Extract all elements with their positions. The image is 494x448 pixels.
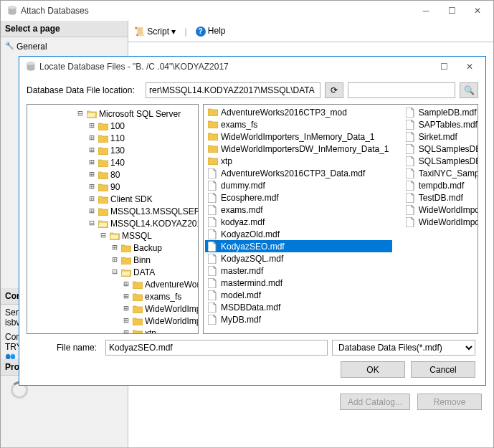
file-icon bbox=[208, 205, 218, 215]
folder-tree[interactable]: ⊟Microsoft SQL Server⊞100⊞110⊞130⊞140⊞80… bbox=[27, 104, 199, 334]
dialog-close-button[interactable]: ✕ bbox=[457, 59, 483, 75]
tree-node[interactable]: ⊞MSSQL13.MSSQLSERVER bbox=[30, 205, 199, 217]
collapse-icon[interactable]: ⊟ bbox=[76, 110, 85, 118]
expand-icon[interactable]: ⊞ bbox=[110, 244, 119, 252]
refresh-button[interactable]: ⟳ bbox=[325, 82, 343, 98]
tree-node[interactable]: ⊞140 bbox=[30, 156, 199, 168]
expand-icon[interactable]: ⊞ bbox=[87, 183, 96, 191]
tree-node[interactable]: ⊟MSSQL bbox=[30, 229, 199, 242]
file-item[interactable]: master.mdf bbox=[205, 264, 392, 277]
file-item[interactable]: dummy.mdf bbox=[205, 179, 392, 191]
tree-node-label: Backup bbox=[133, 243, 162, 253]
tree-node[interactable]: ⊟Microsoft SQL Server bbox=[30, 108, 199, 120]
expand-icon[interactable]: ⊞ bbox=[110, 256, 119, 264]
tree-node[interactable]: ⊞AdventureWorks bbox=[30, 278, 199, 290]
file-item[interactable]: KodyazSQL.mdf bbox=[205, 252, 392, 264]
file-item[interactable]: TaxiNYC_Sample.mdf bbox=[403, 167, 478, 179]
file-item[interactable]: WideWorldImportersDW_InMemory_Data_1 bbox=[205, 143, 392, 155]
file-item[interactable]: WideWorldImporters.mdf bbox=[403, 204, 478, 216]
folder-icon bbox=[208, 156, 218, 166]
remove-button[interactable]: Remove bbox=[417, 394, 482, 410]
file-item[interactable]: kodyaz.mdf bbox=[205, 216, 392, 228]
file-item[interactable]: xtp bbox=[205, 155, 392, 167]
expand-icon[interactable]: ⊞ bbox=[87, 134, 96, 142]
tree-node[interactable]: ⊞WideWorldImporters bbox=[30, 315, 199, 327]
tree-node-label: DATA bbox=[133, 267, 155, 277]
dialog-ok-button[interactable]: OK bbox=[341, 361, 405, 378]
tree-node[interactable]: ⊞Binn bbox=[30, 254, 199, 266]
file-item-label: SQLSamplesDB.mdf bbox=[419, 144, 478, 154]
expand-icon[interactable]: ⊞ bbox=[87, 158, 96, 166]
expand-icon[interactable]: ⊞ bbox=[122, 292, 130, 300]
expand-icon[interactable]: ⊞ bbox=[122, 329, 130, 334]
tree-node[interactable]: ⊞Client SDK bbox=[30, 193, 199, 205]
file-icon bbox=[406, 181, 416, 191]
file-item[interactable]: Sirket.mdf bbox=[403, 130, 478, 143]
collapse-icon[interactable]: ⊟ bbox=[99, 232, 108, 239]
minimize-button[interactable]: ─ bbox=[413, 3, 439, 19]
file-item[interactable]: KodyazSEO.mdf bbox=[205, 240, 392, 252]
tree-node[interactable]: ⊟MSSQL14.KODYAZ2017 bbox=[30, 217, 199, 229]
file-name-input[interactable] bbox=[105, 340, 328, 356]
search-input[interactable] bbox=[348, 82, 455, 98]
search-button[interactable]: 🔍 bbox=[460, 82, 478, 98]
sidebar-item-general[interactable]: General bbox=[5, 40, 123, 53]
dialog-cancel-button[interactable]: Cancel bbox=[411, 361, 475, 378]
file-item-label: KodyazSQL.mdf bbox=[221, 254, 283, 264]
file-item[interactable]: KodyazOld.mdf bbox=[205, 228, 392, 240]
file-item[interactable]: exams.mdf bbox=[205, 204, 392, 216]
tree-node[interactable]: ⊞Backup bbox=[30, 242, 199, 254]
file-item[interactable]: TestDB.mdf bbox=[403, 191, 478, 204]
tree-node[interactable]: ⊞130 bbox=[30, 144, 199, 156]
location-input[interactable] bbox=[146, 82, 320, 98]
file-item[interactable]: AdventureWorks2016CTP3_Data.mdf bbox=[205, 167, 392, 179]
add-catalog-button[interactable]: Add Catalog... bbox=[340, 394, 410, 410]
tree-node[interactable]: ⊟DATA bbox=[30, 266, 199, 278]
search-icon: 🔍 bbox=[464, 85, 475, 95]
maximize-button[interactable]: ☐ bbox=[439, 3, 465, 19]
expand-icon[interactable]: ⊞ bbox=[122, 317, 130, 325]
expand-icon[interactable]: ⊞ bbox=[122, 280, 130, 288]
dialog-maximize-button[interactable]: ☐ bbox=[431, 59, 457, 75]
close-button[interactable]: ✕ bbox=[465, 3, 490, 19]
tree-node[interactable]: ⊞90 bbox=[30, 181, 199, 193]
file-item[interactable]: Ecosphere.mdf bbox=[205, 191, 392, 204]
file-item[interactable]: WideWorldImporters_InMemory_Data_1 bbox=[205, 130, 392, 143]
file-icon bbox=[406, 205, 416, 215]
file-filter-select[interactable]: Database Data Files(*.mdf) bbox=[332, 340, 475, 356]
tree-node[interactable]: ⊞110 bbox=[30, 132, 199, 144]
expand-icon[interactable]: ⊞ bbox=[87, 146, 96, 154]
tree-node-label: 80 bbox=[110, 170, 120, 180]
file-item[interactable]: exams_fs bbox=[205, 118, 392, 130]
file-list[interactable]: AdventureWorks2016CTP3_modexams_fsWideWo… bbox=[203, 104, 478, 334]
tree-node[interactable]: ⊞WideWorldImporters bbox=[30, 302, 199, 315]
tree-node[interactable]: ⊞100 bbox=[30, 120, 199, 132]
file-item[interactable]: MSDBData.mdf bbox=[205, 301, 392, 313]
file-item[interactable]: tempdb.mdf bbox=[403, 179, 478, 191]
tree-node-label: MSSQL bbox=[122, 231, 152, 241]
expand-icon[interactable]: ⊞ bbox=[87, 195, 96, 203]
expand-icon[interactable]: ⊞ bbox=[87, 207, 96, 215]
file-item[interactable]: model.mdf bbox=[205, 289, 392, 301]
tree-node[interactable]: ⊞exams_fs bbox=[30, 290, 199, 302]
file-item[interactable]: mastermind.mdf bbox=[205, 277, 392, 289]
expand-icon[interactable]: ⊞ bbox=[87, 171, 96, 178]
expand-icon[interactable]: ⊞ bbox=[87, 122, 96, 130]
folder-icon bbox=[98, 183, 108, 191]
file-item[interactable]: SampleDB.mdf bbox=[403, 106, 478, 118]
file-item[interactable]: MyDB.mdf bbox=[205, 313, 392, 325]
expand-icon[interactable]: ⊞ bbox=[122, 305, 130, 313]
collapse-icon[interactable]: ⊟ bbox=[87, 219, 96, 227]
file-item[interactable]: SAPTables.mdf bbox=[403, 118, 478, 130]
file-item[interactable]: SQLSamplesDB.mdf bbox=[403, 143, 478, 155]
titlebar: Attach Databases ─ ☐ ✕ bbox=[1, 1, 493, 21]
tree-node[interactable]: ⊞80 bbox=[30, 168, 199, 181]
file-item[interactable]: SQLSamplesDB_new.mdf bbox=[403, 155, 478, 167]
file-item[interactable]: AdventureWorks2016CTP3_mod bbox=[205, 106, 392, 118]
help-button[interactable]: ? Help bbox=[196, 26, 226, 37]
collapse-icon[interactable]: ⊟ bbox=[110, 268, 119, 276]
script-dropdown[interactable]: 📜 Script ▾ bbox=[134, 27, 176, 37]
file-item[interactable]: WideWorldImportersDW bbox=[403, 216, 478, 228]
tree-node[interactable]: ⊞xtp bbox=[30, 327, 199, 334]
tree-node-label: 100 bbox=[110, 121, 125, 131]
